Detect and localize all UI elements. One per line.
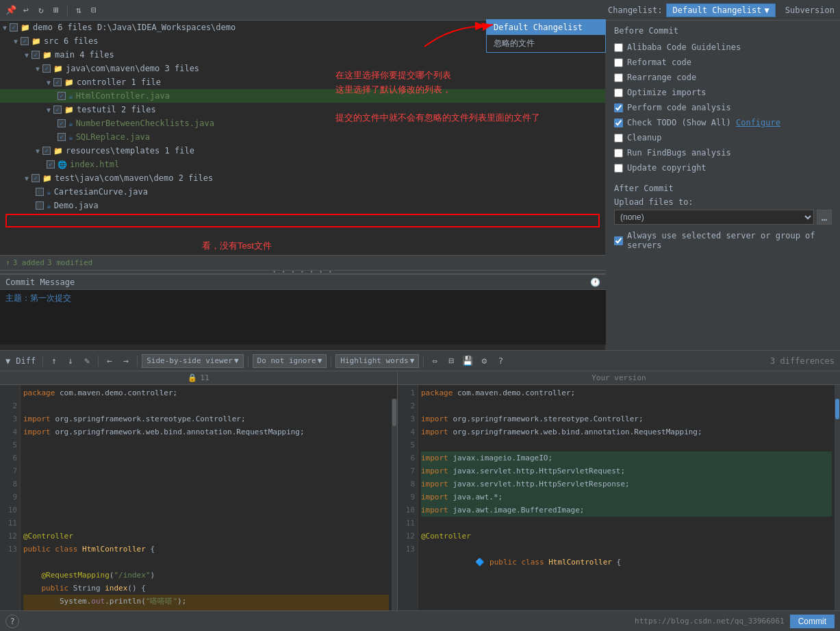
code-line-8r: import javax.servlet.http.HttpServletRes… [421,478,832,491]
row-always-use: Always use selected server or group of s… [614,233,832,248]
up-icon[interactable]: ↑ [47,354,61,368]
rln-2: 2 [400,399,415,412]
checkbox-cartesian[interactable] [36,188,44,196]
checkbox-code-analysis[interactable] [614,103,623,112]
ln-empty2 [3,556,17,569]
checkbox-indexhtml[interactable] [47,160,55,169]
label-findbugs: Run FindBugs analysis [627,148,731,158]
rln-7: 7 [400,465,415,478]
group-icon[interactable]: ⊞ [51,5,62,16]
code-line-9r: import java.awt.*; [421,491,832,504]
filter-icon[interactable]: ⊟ [88,5,99,16]
collapse-arrow-testpkg: ▼ [25,175,29,182]
split-icon[interactable]: ⊟ [444,354,458,368]
sort-icon[interactable]: ⇅ [73,5,84,16]
checkbox-reformat[interactable] [614,58,623,67]
ln-empty4 [3,582,17,595]
changelist-option-ignore[interactable]: 忽略的文件 [487,35,605,52]
tree-item-cartesian[interactable]: ☕ CartesianCurve.java [0,185,605,199]
collapse-arrow-main: ▼ [25,51,29,59]
tree-item-java-pkg[interactable]: ▼ 📁 java\com\maven\demo 3 files [0,62,605,75]
left-scrollbar[interactable] [392,399,397,611]
refresh-icon[interactable]: ↻ [36,5,47,16]
help-diff-icon[interactable]: ? [494,354,507,368]
checkbox-htmlctrl[interactable] [58,92,66,100]
forward-icon[interactable]: → [119,354,133,368]
checkbox-check-todo[interactable] [614,119,623,127]
changelist-dropdown[interactable]: Default Changelist ▼ [666,3,775,17]
collapse-arrow-src: ▼ [14,38,18,45]
configure-link[interactable]: Configure [736,118,780,127]
sync-icon[interactable]: ⇔ [428,354,442,368]
upload-select[interactable]: (none) [614,210,814,225]
row-reformat: Reformat code [614,55,832,70]
checkbox-res[interactable] [42,147,51,155]
label-optimize: Optimize imports [627,88,707,97]
checkbox-pkg[interactable] [42,64,51,73]
ln-2: 2 [3,399,17,412]
code-line-12r: @Controller [421,530,832,543]
commit-message-body[interactable]: 主题：第一次提交 [0,290,606,345]
tree-item-testutil[interactable]: ▼ 📁 testutil 2 files [0,103,605,116]
collapse-arrow-pkg: ▼ [36,65,40,73]
checkbox-nbchecklist[interactable] [58,119,66,127]
tree-status: ↑ 3 added 3 modified [0,255,606,270]
viewer-arrow-icon: ▼ [234,356,239,365]
checkbox-sqlreplace[interactable] [58,133,66,141]
code-line-9l [23,491,389,504]
rln-6: 6 [400,451,415,465]
tree-item-controller[interactable]: ▼ 📁 controller 1 file [0,75,605,89]
clock-icon[interactable]: 🕐 [590,277,600,287]
highlight-dropdown[interactable]: Highlight words ▼ [335,354,419,368]
tree-item-test-pkg[interactable]: ▼ 📁 test\java\com\maven\demo 2 files [0,171,605,185]
changelist-label: Changelist: [608,5,662,15]
changelist-popup: Default Changelist 忽略的文件 [486,19,606,53]
rln-11: 11 [400,517,415,530]
settings-icon[interactable]: ⚙ [477,354,491,368]
added-count: 3 added [13,258,44,267]
tree-item-nbchecklist[interactable]: ☕ NumberBetweenChecklists.java [0,116,605,130]
collapse-arrow: ▼ [3,24,7,32]
ln-5: 5 [3,438,17,451]
checkbox-copyright[interactable] [614,164,623,173]
checkbox-main[interactable] [31,51,40,59]
checkbox-src[interactable] [21,37,29,45]
commit-button[interactable]: Commit [790,615,835,628]
code-line-7r: import javax.servlet.http.HttpServletReq… [421,465,832,478]
row-cleanup: Cleanup [614,130,832,145]
checkbox-alibaba[interactable] [614,43,623,52]
checkbox-findbugs[interactable] [614,149,623,158]
checkbox-testpkg[interactable] [31,174,40,182]
ignore-arrow-icon: ▼ [318,356,322,365]
right-scrollbar[interactable] [835,385,840,611]
down-icon[interactable]: ↓ [64,354,77,368]
tree-item-sqlreplace[interactable]: ☕ SQLReplace.java [0,130,605,144]
back-icon[interactable]: ← [103,354,116,368]
pin-icon[interactable]: 📌 [5,5,16,16]
tree-item-indexhtml[interactable]: 🌐 index.html [0,158,605,171]
checkbox-demojava[interactable] [36,201,44,210]
tree-item-resources[interactable]: ▼ 📁 resources\templates 1 file [0,144,605,158]
diff-sep-2 [98,356,99,367]
code-line-10l [23,504,389,517]
undo-icon[interactable]: ↩ [21,5,31,16]
save-icon[interactable]: 💾 [461,354,474,368]
checkbox-ctrl[interactable] [53,78,62,86]
viewer-dropdown[interactable]: Side-by-side viewer ▼ [142,354,243,368]
checkbox-always-use[interactable] [614,236,623,245]
upload-more-btn[interactable]: … [817,210,832,225]
tree-item-demo-java[interactable]: ☕ Demo.java [0,199,605,212]
highlight-arrow-icon: ▼ [410,356,415,365]
tree-item-htmlcontroller[interactable]: ☕ HtmlController.java [0,89,605,103]
ignore-dropdown[interactable]: Do not ignore ▼ [253,354,327,368]
checkbox-rearrange[interactable] [614,73,623,82]
help-button[interactable]: ? [5,615,19,628]
checkbox-testutil[interactable] [53,106,62,114]
changelist-option-default[interactable]: Default Changelist [487,20,605,35]
checkbox-optimize[interactable] [614,88,623,97]
checkbox-cleanup[interactable] [614,134,623,143]
checkbox-demo[interactable] [10,23,18,32]
edit-icon[interactable]: ✎ [80,354,94,368]
changelist-value: Default Changelist [672,5,761,15]
folder-icon-ctrl: 📁 [64,78,74,87]
